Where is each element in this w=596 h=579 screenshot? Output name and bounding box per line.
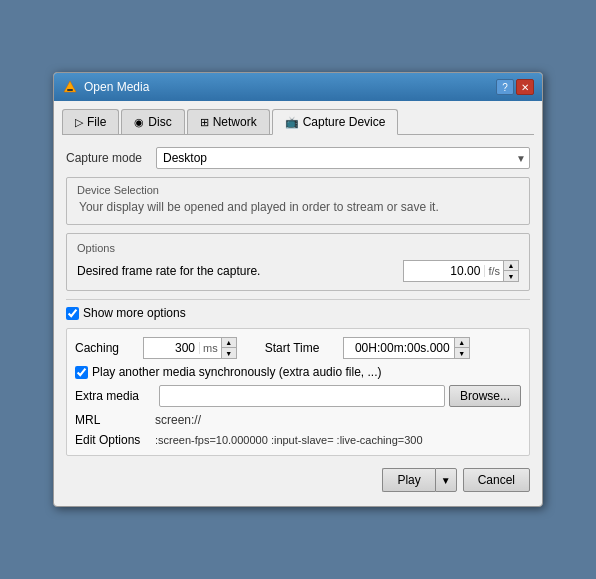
options-section: Options Desired frame rate for the captu… xyxy=(66,233,530,291)
title-buttons: ? ✕ xyxy=(496,79,534,95)
device-selection-description: Your display will be opened and played i… xyxy=(77,196,519,218)
tab-network[interactable]: ⊞ Network xyxy=(187,109,270,134)
play-button-group: Play ▼ xyxy=(382,468,456,492)
extra-media-input[interactable] xyxy=(159,385,445,407)
mrl-value: screen:// xyxy=(155,413,201,427)
extra-media-row: Extra media Browse... xyxy=(75,385,521,407)
fps-label: Desired frame rate for the capture. xyxy=(77,264,403,278)
show-more-label: Show more options xyxy=(83,306,186,320)
start-time-increment-button[interactable]: ▲ xyxy=(455,338,469,348)
capture-mode-select[interactable]: Desktop DirectShow TV - digital TV - ana… xyxy=(156,147,530,169)
start-time-wrap: ▲ ▼ xyxy=(343,337,470,359)
open-media-dialog: Open Media ? ✕ ▷ File ◉ Disc ⊞ Network 📺 xyxy=(53,72,543,507)
play-another-label: Play another media synchronously (extra … xyxy=(92,365,381,379)
caching-input-wrap: ms ▲ ▼ xyxy=(143,337,237,359)
footer: Play ▼ Cancel xyxy=(66,464,530,494)
tab-file-label: File xyxy=(87,115,106,129)
title-bar: Open Media ? ✕ xyxy=(54,73,542,101)
file-icon: ▷ xyxy=(75,116,83,129)
show-more-checkbox-label[interactable]: Show more options xyxy=(66,306,186,320)
tab-capture[interactable]: 📺 Capture Device xyxy=(272,109,399,135)
mrl-label: MRL xyxy=(75,413,155,427)
edit-options-label: Edit Options xyxy=(75,433,155,447)
fps-decrement-button[interactable]: ▼ xyxy=(504,271,518,281)
show-more-checkbox[interactable] xyxy=(66,307,79,320)
capture-icon: 📺 xyxy=(285,116,299,129)
title-bar-left: Open Media xyxy=(62,79,149,95)
bottom-options-panel: Caching ms ▲ ▼ Start Time xyxy=(66,328,530,456)
play-another-checkbox[interactable] xyxy=(75,366,88,379)
tab-content: Capture mode Desktop DirectShow TV - dig… xyxy=(62,143,534,498)
disc-icon: ◉ xyxy=(134,116,144,129)
tab-disc[interactable]: ◉ Disc xyxy=(121,109,184,134)
dialog-body: ▷ File ◉ Disc ⊞ Network 📺 Capture Device… xyxy=(54,101,542,506)
caching-spinner-buttons: ▲ ▼ xyxy=(221,338,236,358)
network-icon: ⊞ xyxy=(200,116,209,129)
options-title: Options xyxy=(77,242,519,254)
device-selection-fieldset: Device Selection Your display will be op… xyxy=(66,177,530,225)
capture-mode-row: Capture mode Desktop DirectShow TV - dig… xyxy=(66,147,530,169)
svg-rect-1 xyxy=(67,89,73,91)
caching-unit: ms xyxy=(199,342,221,354)
start-time-decrement-button[interactable]: ▼ xyxy=(455,348,469,358)
fps-spinner-buttons: ▲ ▼ xyxy=(503,261,518,281)
mrl-row: MRL screen:// xyxy=(75,413,521,427)
play-dropdown-button[interactable]: ▼ xyxy=(435,468,457,492)
tab-capture-label: Capture Device xyxy=(303,115,386,129)
fps-unit: f/s xyxy=(484,265,503,277)
edit-options-value: :screen-fps=10.000000 :input-slave= :liv… xyxy=(155,434,423,446)
start-time-spinner-buttons: ▲ ▼ xyxy=(454,338,469,358)
tab-network-label: Network xyxy=(213,115,257,129)
caching-increment-button[interactable]: ▲ xyxy=(222,338,236,348)
caching-input[interactable] xyxy=(144,339,199,357)
extra-media-label: Extra media xyxy=(75,389,155,403)
fps-row: Desired frame rate for the capture. f/s … xyxy=(77,260,519,282)
fps-input[interactable] xyxy=(404,262,484,280)
close-button[interactable]: ✕ xyxy=(516,79,534,95)
fps-spinner: f/s ▲ ▼ xyxy=(403,260,519,282)
tab-file[interactable]: ▷ File xyxy=(62,109,119,134)
dialog-title: Open Media xyxy=(84,80,149,94)
tabs: ▷ File ◉ Disc ⊞ Network 📺 Capture Device xyxy=(62,109,534,135)
cancel-button[interactable]: Cancel xyxy=(463,468,530,492)
help-button[interactable]: ? xyxy=(496,79,514,95)
caching-decrement-button[interactable]: ▼ xyxy=(222,348,236,358)
start-time-label: Start Time xyxy=(265,341,335,355)
show-more-row: Show more options xyxy=(66,306,530,320)
edit-options-row: Edit Options :screen-fps=10.000000 :inpu… xyxy=(75,433,521,447)
vlc-icon xyxy=(62,79,78,95)
start-time-input[interactable] xyxy=(344,339,454,357)
divider xyxy=(66,299,530,300)
start-time-spinner: ▲ ▼ xyxy=(343,337,470,359)
caching-label: Caching xyxy=(75,341,135,355)
capture-mode-label: Capture mode xyxy=(66,151,156,165)
tab-disc-label: Disc xyxy=(148,115,171,129)
fps-increment-button[interactable]: ▲ xyxy=(504,261,518,271)
play-button[interactable]: Play xyxy=(382,468,434,492)
play-another-row: Play another media synchronously (extra … xyxy=(75,365,521,379)
caching-spinner: ms ▲ ▼ xyxy=(143,337,237,359)
capture-mode-select-wrapper: Desktop DirectShow TV - digital TV - ana… xyxy=(156,147,530,169)
browse-button[interactable]: Browse... xyxy=(449,385,521,407)
caching-row: Caching ms ▲ ▼ Start Time xyxy=(75,337,521,359)
device-selection-legend: Device Selection xyxy=(73,184,519,196)
